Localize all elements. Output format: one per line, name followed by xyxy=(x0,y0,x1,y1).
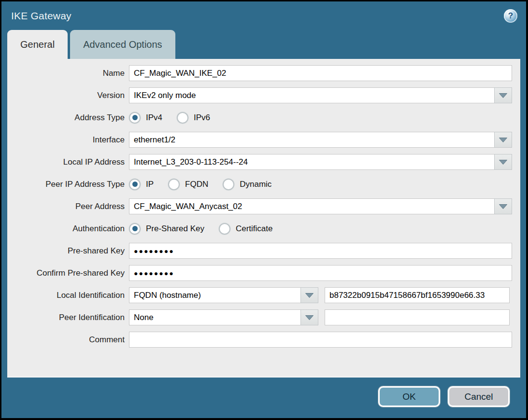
form-row-authentication: Authentication Pre-Shared Key Certificat… xyxy=(7,221,512,237)
tab-bar: General Advanced Options xyxy=(1,30,526,59)
peer-identification-value-input[interactable] xyxy=(325,309,510,325)
radio-option-label: IP xyxy=(146,180,154,189)
local-identification-value-input[interactable] xyxy=(325,287,510,303)
local-identification-dropdown-button[interactable] xyxy=(300,287,318,303)
chevron-down-icon xyxy=(499,159,508,165)
peer-identification-label: Peer Identification xyxy=(7,313,125,322)
authentication-radio-group: Pre-Shared Key Certificate xyxy=(129,223,512,235)
chevron-down-icon xyxy=(499,93,508,98)
peer-ip-address-type-radio-group: IP FQDN Dynamic xyxy=(129,179,512,190)
peer-identification-type-select[interactable]: None xyxy=(129,309,318,325)
interface-dropdown-button[interactable] xyxy=(494,132,512,148)
chevron-down-icon xyxy=(499,137,508,143)
tab-advanced-options[interactable]: Advanced Options xyxy=(70,30,175,59)
dialog-titlebar: IKE Gateway ? xyxy=(1,1,526,30)
form-row-interface: Interface ethernet1/2 xyxy=(7,132,512,148)
radio-unselected-icon[interactable] xyxy=(177,112,188,124)
authentication-label: Authentication xyxy=(7,224,125,234)
tab-general[interactable]: General xyxy=(7,30,68,59)
pre-shared-key-input[interactable] xyxy=(129,243,512,259)
radio-selected-icon[interactable] xyxy=(129,223,141,235)
local-ip-address-select[interactable]: Internet_L3_203-0-113-254--24 xyxy=(129,154,512,170)
interface-select-value: ethernet1/2 xyxy=(129,132,494,148)
radio-selected-icon[interactable] xyxy=(129,112,141,124)
chevron-down-icon xyxy=(499,204,508,210)
local-identification-fields: FQDN (hostname) xyxy=(129,287,512,303)
form-row-name: Name xyxy=(7,65,512,81)
local-ip-address-label: Local IP Address xyxy=(7,157,125,167)
peer-address-label: Peer Address xyxy=(7,202,125,211)
name-label: Name xyxy=(7,69,125,78)
form-row-peer-identification: Peer Identification None xyxy=(7,309,512,325)
local-ip-address-select-value: Internet_L3_203-0-113-254--24 xyxy=(129,154,494,170)
radio-option-fqdn[interactable]: FQDN xyxy=(168,179,208,190)
dialog-title: IKE Gateway xyxy=(11,10,71,22)
comment-label: Comment xyxy=(7,335,125,345)
radio-unselected-icon[interactable] xyxy=(223,179,234,190)
interface-select[interactable]: ethernet1/2 xyxy=(129,132,512,148)
confirm-pre-shared-key-input[interactable] xyxy=(129,265,512,281)
form-row-peer-address: Peer Address CF_Magic_WAN_Anycast_02 xyxy=(7,198,512,214)
form-row-local-identification: Local Identification FQDN (hostname) xyxy=(7,287,512,303)
address-type-label: Address Type xyxy=(7,113,125,123)
pre-shared-key-label: Pre-shared Key xyxy=(7,246,125,256)
radio-option-ip[interactable]: IP xyxy=(129,179,154,190)
form-row-version: Version IKEv2 only mode xyxy=(7,87,512,103)
interface-label: Interface xyxy=(7,135,125,145)
general-tab-panel: Name Version IKEv2 only mode Address Typ… xyxy=(7,59,520,378)
peer-identification-type-value: None xyxy=(129,309,300,325)
chevron-down-icon xyxy=(305,293,314,298)
ok-button[interactable]: OK xyxy=(378,386,440,407)
peer-ip-address-type-label: Peer IP Address Type xyxy=(7,180,125,189)
peer-address-dropdown-button[interactable] xyxy=(494,198,512,214)
radio-option-label: Dynamic xyxy=(240,180,271,189)
radio-option-label: IPv4 xyxy=(146,113,162,123)
radio-option-label: IPv6 xyxy=(194,113,210,123)
help-icon[interactable]: ? xyxy=(504,9,517,23)
form-row-confirm-pre-shared-key: Confirm Pre-shared Key xyxy=(7,265,512,281)
peer-address-select[interactable]: CF_Magic_WAN_Anycast_02 xyxy=(129,198,512,214)
radio-option-label: Pre-Shared Key xyxy=(146,224,204,234)
confirm-pre-shared-key-label: Confirm Pre-shared Key xyxy=(7,268,125,278)
radio-option-label: Certificate xyxy=(236,224,273,234)
radio-option-pre-shared-key[interactable]: Pre-Shared Key xyxy=(129,223,204,235)
address-type-radio-group: IPv4 IPv6 xyxy=(129,112,512,124)
comment-input[interactable] xyxy=(129,332,512,348)
form-row-address-type: Address Type IPv4 IPv6 xyxy=(7,110,512,126)
ike-gateway-dialog: IKE Gateway ? General Advanced Options N… xyxy=(1,1,526,418)
version-dropdown-button[interactable] xyxy=(494,87,512,103)
local-identification-type-select[interactable]: FQDN (hostname) xyxy=(129,287,318,303)
help-glyph: ? xyxy=(508,11,513,21)
dialog-footer: OK Cancel xyxy=(1,378,526,407)
cancel-button[interactable]: Cancel xyxy=(448,386,510,407)
version-select[interactable]: IKEv2 only mode xyxy=(129,87,512,103)
local-ip-address-dropdown-button[interactable] xyxy=(494,154,512,170)
local-identification-label: Local Identification xyxy=(7,291,125,300)
chevron-down-icon xyxy=(305,315,314,321)
radio-option-ipv6[interactable]: IPv6 xyxy=(177,112,210,124)
peer-identification-fields: None xyxy=(129,309,512,325)
radio-selected-icon[interactable] xyxy=(129,179,141,190)
radio-option-ipv4[interactable]: IPv4 xyxy=(129,112,162,124)
form-row-local-ip-address: Local IP Address Internet_L3_203-0-113-2… xyxy=(7,154,512,170)
form-row-pre-shared-key: Pre-shared Key xyxy=(7,243,512,259)
form-row-peer-ip-address-type: Peer IP Address Type IP FQDN Dynamic xyxy=(7,176,512,192)
radio-option-certificate[interactable]: Certificate xyxy=(219,223,273,235)
radio-unselected-icon[interactable] xyxy=(219,223,230,235)
local-identification-type-value: FQDN (hostname) xyxy=(129,287,300,303)
radio-option-label: FQDN xyxy=(185,180,208,189)
form-row-comment: Comment xyxy=(7,332,512,348)
radio-option-dynamic[interactable]: Dynamic xyxy=(223,179,271,190)
peer-address-select-value: CF_Magic_WAN_Anycast_02 xyxy=(129,198,494,214)
peer-identification-dropdown-button[interactable] xyxy=(300,309,318,325)
version-label: Version xyxy=(7,91,125,100)
name-input[interactable] xyxy=(129,65,512,81)
version-select-value: IKEv2 only mode xyxy=(129,87,494,103)
radio-unselected-icon[interactable] xyxy=(168,179,180,190)
